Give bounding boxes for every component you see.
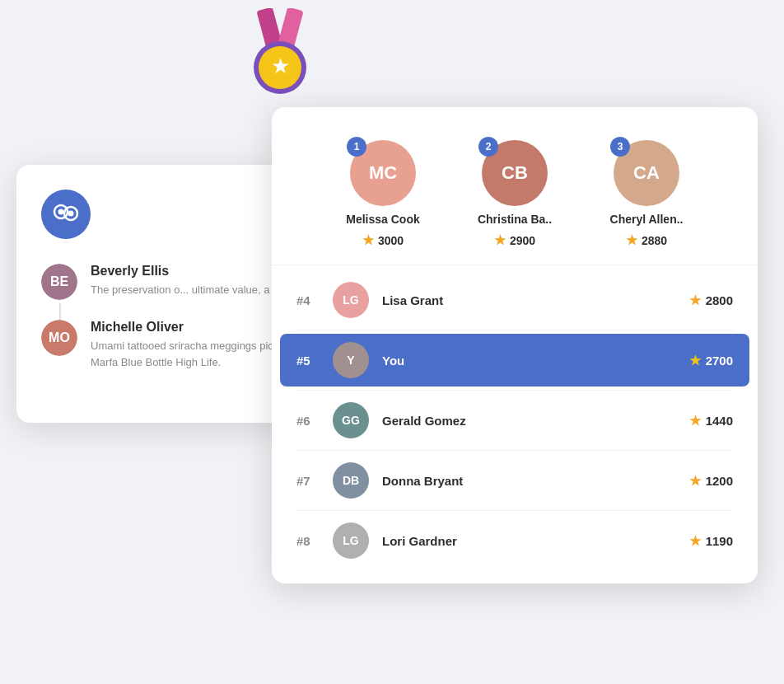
top3-rank-badge: 3 [610, 137, 630, 157]
top3-section: 1 MC Melissa Cook ★ 3000 2 CB Christina … [272, 107, 758, 265]
score-value: 3000 [378, 234, 404, 247]
lb-name: You [382, 354, 676, 368]
lb-score: ★ 1200 [689, 473, 733, 489]
lb-avatar: Y [333, 342, 369, 378]
lb-avatar: LG [333, 282, 369, 318]
score-value: 1200 [706, 474, 733, 488]
lb-avatar: LG [333, 522, 369, 559]
score-value: 2800 [706, 293, 733, 307]
star-icon: ★ [494, 232, 506, 248]
divider [296, 510, 733, 511]
star-icon: ★ [689, 353, 701, 368]
top3-name: Christina Ba.. [478, 213, 552, 226]
svg-point-8 [68, 211, 74, 217]
leaderboard-row: #4 LG Lisa Grant ★ 2800 [280, 274, 749, 326]
lb-avatar: DB [333, 462, 369, 499]
star-icon: ★ [689, 473, 701, 489]
star-icon: ★ [689, 413, 701, 429]
discussion-item: BE Beverly Ellis The preservation o... u… [41, 264, 296, 300]
lb-rank: #4 [296, 293, 320, 307]
lb-score: ★ 2800 [689, 293, 733, 308]
disc-text: Umami tattooed sriracha meggings pickled… [91, 338, 296, 370]
score-value: 2900 [510, 234, 535, 247]
lb-score: ★ 1440 [689, 413, 733, 429]
divider [296, 390, 733, 391]
lb-rank: #5 [296, 354, 320, 368]
discussions-header [41, 190, 296, 239]
top3-item: 1 MC Melissa Cook ★ 3000 [334, 140, 432, 248]
star-icon: ★ [689, 293, 701, 308]
disc-name: Michelle Oliver [91, 320, 296, 335]
divider [296, 450, 733, 451]
score-value: 2880 [642, 234, 667, 247]
lb-name: Gerald Gomez [382, 414, 676, 428]
lb-name: Lisa Grant [382, 293, 676, 307]
discussions-icon [41, 190, 91, 239]
top3-name: Melissa Cook [346, 213, 419, 226]
score-value: 1190 [706, 534, 733, 548]
leaderboard-row: #8 LG Lori Gardner ★ 1190 [280, 514, 749, 567]
star-icon: ★ [362, 232, 374, 248]
disc-avatar: BE [41, 264, 77, 300]
disc-text: The preservation o... ultimate value, a … [91, 282, 290, 298]
divider [296, 330, 733, 330]
top3-avatar-wrap: 1 MC [350, 140, 416, 206]
star-icon: ★ [689, 533, 701, 549]
lb-rank: #6 [296, 414, 320, 428]
leaderboard-row: #7 DB Donna Bryant ★ 1200 [280, 454, 749, 507]
leaderboard-row: #5 Y You ★ 2700 [280, 334, 749, 387]
disc-content: Michelle Oliver Umami tattooed sriracha … [91, 320, 296, 370]
lb-rank: #7 [296, 474, 320, 488]
lb-avatar: GG [333, 402, 369, 438]
lb-name: Donna Bryant [382, 474, 676, 488]
svg-text:★: ★ [271, 54, 290, 78]
discussion-item: MO Michelle Oliver Umami tattooed srirac… [41, 320, 296, 370]
top3-name: Cheryl Allen.. [610, 213, 684, 226]
top3-score: ★ 3000 [362, 232, 404, 248]
top3-rank-badge: 1 [347, 137, 366, 157]
top3-score: ★ 2880 [626, 232, 667, 248]
top3-rank-badge: 2 [478, 137, 498, 157]
leaderboard-list: #4 LG Lisa Grant ★ 2800 #5 Y You ★ 2700 … [272, 274, 758, 567]
leaderboard-row: #6 GG Gerald Gomez ★ 1440 [280, 394, 749, 447]
top3-score: ★ 2900 [494, 232, 535, 248]
lb-rank: #8 [296, 534, 320, 548]
score-value: 1440 [706, 414, 733, 428]
disc-content: Beverly Ellis The preservation o... ulti… [91, 264, 290, 298]
lb-score: ★ 2700 [689, 353, 733, 368]
svg-point-7 [58, 209, 64, 215]
star-icon: ★ [626, 232, 637, 248]
medal-icon: ★ [239, 8, 321, 91]
disc-avatar: MO [41, 320, 77, 356]
top3-item: 2 CB Christina Ba.. ★ 2900 [465, 140, 564, 248]
top3-avatar-wrap: 2 CB [482, 140, 548, 206]
top3-avatar-wrap: 3 CA [614, 140, 679, 206]
leaderboard-card: 1 MC Melissa Cook ★ 3000 2 CB Christina … [272, 107, 758, 583]
disc-name: Beverly Ellis [91, 264, 290, 279]
discussion-items: BE Beverly Ellis The preservation o... u… [41, 264, 296, 370]
lb-score: ★ 1190 [689, 533, 733, 549]
score-value: 2700 [706, 354, 733, 368]
top3-item: 3 CA Cheryl Allen.. ★ 2880 [597, 140, 696, 248]
lb-name: Lori Gardner [382, 534, 676, 548]
